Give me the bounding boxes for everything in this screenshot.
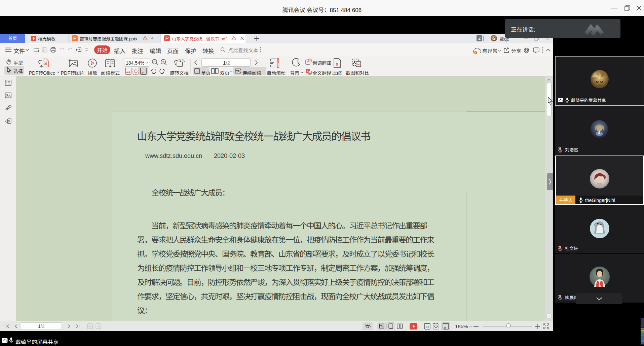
svg-text:1:1: 1:1: [425, 325, 429, 328]
svg-text:1:1: 1:1: [126, 70, 130, 73]
